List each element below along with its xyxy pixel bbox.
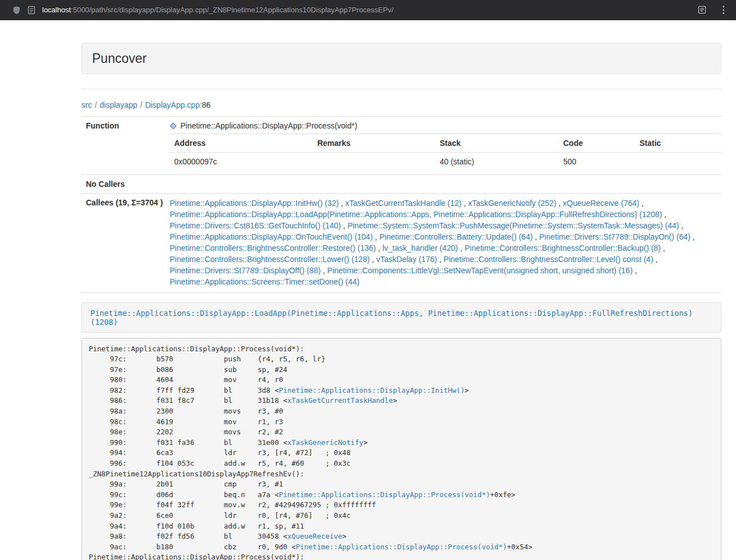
asm-symbol-link[interactable]: Pinetime::Applications::DisplayApp::Proc… xyxy=(296,543,507,551)
stats-header-remarks: Remarks xyxy=(313,134,435,153)
no-callers-row: No Callers xyxy=(81,175,721,194)
function-stats-table: Address Remarks Stack Code Static 0x0000… xyxy=(170,134,721,172)
function-name-line: Pinetime::Applications::DisplayApp::Proc… xyxy=(170,120,721,134)
callee-link[interactable]: Pinetime::Applications::DisplayApp::OnTo… xyxy=(170,232,373,241)
asm-line: 97e: b086 sub sp, #24 xyxy=(89,365,287,374)
stats-header-address: Address xyxy=(170,134,313,153)
asm-line: 9ac: b180 cbz r0, 9d0 <Pinetime::Applica… xyxy=(89,543,532,551)
callee-link[interactable]: xTaskGetCurrentTaskHandle (12) xyxy=(345,199,461,208)
url-host: localhost xyxy=(42,6,71,14)
stats-header-code: Code xyxy=(559,134,635,153)
browser-toolbar-right: ⋮ xyxy=(685,5,728,15)
callee-link[interactable]: vTaskDelay (176) xyxy=(376,255,437,264)
breadcrumb-displayapp-link[interactable]: displayapp xyxy=(100,100,138,109)
url-path: :5000/path/src/displayapp/DisplayApp.cpp… xyxy=(71,6,394,14)
asm-line: 9a2: 6ce0 ldr r0, [r4, #76] ; 0x4c xyxy=(89,511,351,520)
callee-link[interactable]: Pinetime::Controllers::BrightnessControl… xyxy=(170,244,376,253)
breadcrumb-separator: / xyxy=(140,100,143,109)
app-header: Puncover xyxy=(81,43,721,74)
asm-line: 97c: b570 push {r4, r5, r6, lr} xyxy=(89,355,325,363)
url-bar[interactable]: localhost:5000/path/src/displayapp/Displ… xyxy=(42,6,394,14)
browser-chrome: localhost:5000/path/src/displayapp/Displ… xyxy=(0,0,736,20)
shield-icon[interactable] xyxy=(12,6,21,15)
divider xyxy=(81,89,721,89)
asm-line: Pinetime::Applications::DisplayApp::Proc… xyxy=(89,553,304,560)
asm-line: 98a: 2300 movs r3, #0 xyxy=(89,407,283,415)
asm-symbol-link[interactable]: xTaskGetCurrentTaskHandle xyxy=(287,396,393,405)
asm-symbol-link[interactable]: Pinetime::Applications::DisplayApp::Proc… xyxy=(279,490,490,499)
no-callers-label: No Callers xyxy=(81,175,167,194)
asm-line: 98c: 4619 mov r1, r3 xyxy=(89,417,283,426)
callee-link[interactable]: Pinetime::Applications::DisplayApp::Init… xyxy=(170,199,339,208)
callee-link[interactable]: Pinetime::System::SystemTask::PushMessag… xyxy=(348,221,679,230)
asm-symbol-link[interactable]: xQueueReceive xyxy=(287,532,342,540)
function-row: Function Pinetime::Applications::Display… xyxy=(81,117,721,175)
asm-line: 980: 4604 mov r4, r0 xyxy=(89,375,283,384)
asm-line: 9a8: f02f fd56 bl 30458 <xQueueReceive> xyxy=(89,532,346,540)
stats-header-static: Static xyxy=(635,134,721,153)
stats-value-row: 0x0000097c 40 (static) 500 xyxy=(170,153,721,172)
stats-header-row: Address Remarks Stack Code Static xyxy=(170,134,721,153)
asm-line: _ZN8Pinetime12Applications10DisplayApp7R… xyxy=(89,470,304,478)
callees-list: Pinetime::Applications::DisplayApp::Init… xyxy=(167,194,721,293)
asm-line: 996: f104 053c add.w r5, r4, #60 ; 0x3c xyxy=(89,459,351,467)
no-callers-value xyxy=(167,175,721,194)
function-name: Pinetime::Applications::DisplayApp::Proc… xyxy=(180,121,357,130)
page-title: Puncover xyxy=(92,51,711,66)
disassembly-block: Pinetime::Applications::DisplayApp::Proc… xyxy=(81,338,721,560)
callee-link[interactable]: Pinetime::Drivers::St7789::DisplayOff() … xyxy=(170,266,321,275)
stats-static-value xyxy=(635,153,721,172)
asm-line: 990: f031 fa36 bl 31e00 <xTaskGenericNot… xyxy=(89,438,368,447)
callee-link[interactable]: Pinetime::Components::LittleVgl::SetNewT… xyxy=(327,266,633,275)
overflow-menu-icon[interactable]: ⋮ xyxy=(719,5,728,15)
function-info-table: Function Pinetime::Applications::Display… xyxy=(81,116,721,293)
callee-link[interactable]: Pinetime::Controllers::Battery::Update()… xyxy=(380,232,533,241)
asm-line: 98e: 2202 movs r2, #2 xyxy=(89,428,283,436)
breadcrumb-line-number: 86 xyxy=(202,100,211,109)
asm-line: Pinetime::Applications::DisplayApp::Proc… xyxy=(89,345,304,353)
asm-line: 994: 6ca3 ldr r3, [r4, #72] ; 0x48 xyxy=(89,448,351,457)
asm-line: 99e: f04f 32ff mov.w r2, #4294967295 ; 0… xyxy=(89,501,376,509)
callee-link[interactable]: Pinetime::Applications::Screens::Timer::… xyxy=(170,277,359,286)
callee-link[interactable]: lv_task_handler (420) xyxy=(382,244,458,253)
callee-link[interactable]: Pinetime::Controllers::BrightnessControl… xyxy=(464,244,660,253)
asm-symbol-link[interactable]: Pinetime::Applications::DisplayApp::Init… xyxy=(279,386,465,394)
reader-mode-icon[interactable] xyxy=(698,6,706,14)
breadcrumb-file-link[interactable]: DisplayApp.cpp: xyxy=(145,100,202,109)
breadcrumb: src/displayapp/DisplayApp.cpp:86 xyxy=(81,100,721,109)
page-info-icon[interactable] xyxy=(28,6,35,15)
asm-line: 99c: d06d beq.n a7a <Pinetime::Applicati… xyxy=(89,490,515,499)
callees-label: Callees (19, Σ=3704 ) xyxy=(81,194,167,293)
asm-line: 9a4: f10d 010b add.w r1, sp, #11 xyxy=(89,522,304,530)
stats-stack-value: 40 (static) xyxy=(435,153,559,172)
stats-code-value: 500 xyxy=(559,153,635,172)
asm-line: 982: f7ff fd29 bl 3d8 <Pinetime::Applica… xyxy=(89,386,469,394)
asm-line: 986: f031 f8c7 bl 31b18 <xTaskGetCurrent… xyxy=(89,396,397,405)
callee-link[interactable]: Pinetime::Controllers::BrightnessControl… xyxy=(444,255,653,264)
callee-link[interactable]: xTaskGenericNotify (252) xyxy=(468,199,556,208)
snippet-panel: Pinetime::Applications::DisplayApp::Load… xyxy=(81,302,721,333)
breadcrumb-separator: / xyxy=(95,100,97,109)
asm-line: 99a: 2b01 cmp r3, #1 xyxy=(89,480,283,488)
callees-row: Callees (19, Σ=3704 ) Pinetime::Applicat… xyxy=(81,194,721,293)
function-row-label: Function xyxy=(81,117,167,175)
callee-link[interactable]: Pinetime::Applications::DisplayApp::Load… xyxy=(170,210,662,219)
function-symbol-icon xyxy=(170,122,177,130)
callee-link[interactable]: Pinetime::Drivers::Cst816S::GetTouchInfo… xyxy=(170,221,341,230)
stats-header-stack: Stack xyxy=(435,134,559,153)
callee-link[interactable]: xQueueReceive (764) xyxy=(563,199,639,208)
main-content: Puncover src/displayapp/DisplayApp.cpp:8… xyxy=(81,43,721,560)
stats-address-value: 0x0000097c xyxy=(170,153,313,172)
stats-remarks-value xyxy=(313,153,435,172)
callee-link[interactable]: Pinetime::Drivers::St7789::DisplayOn() (… xyxy=(540,232,691,241)
breadcrumb-src-link[interactable]: src xyxy=(81,100,92,109)
snippet-symbol-link[interactable]: Pinetime::Applications::DisplayApp::Load… xyxy=(90,309,693,327)
asm-symbol-link[interactable]: xTaskGenericNotify xyxy=(287,438,363,447)
callee-link[interactable]: Pinetime::Controllers::BrightnessControl… xyxy=(170,255,369,264)
